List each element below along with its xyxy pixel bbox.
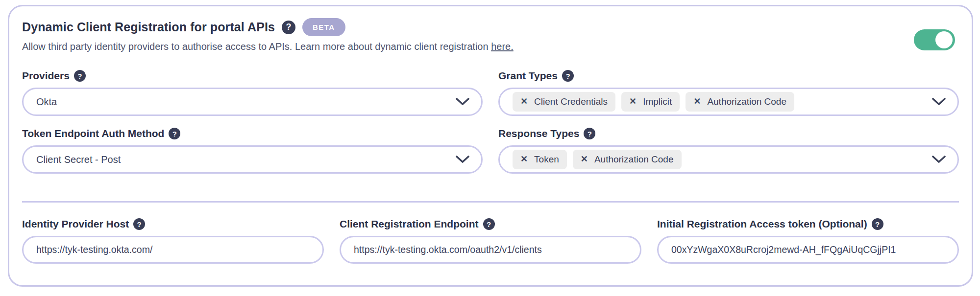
chip-list: ✕ Client Credentials ✕ Implicit ✕ Author… <box>513 92 794 112</box>
beta-badge: BETA <box>302 18 345 36</box>
remove-icon[interactable]: ✕ <box>581 154 588 165</box>
help-icon[interactable]: ? <box>169 128 180 139</box>
page-title: Dynamic Client Registration for portal A… <box>22 20 275 34</box>
field-client-registration-endpoint: Client Registration Endpoint ? <box>340 218 641 264</box>
initial-registration-access-token-label: Initial Registration Access token (Optio… <box>657 218 959 230</box>
chip-list: ✕ Token ✕ Authorization Code <box>513 150 682 170</box>
label-text: Grant Types <box>498 70 558 82</box>
dcr-form-top: Providers ? Okta Grant Types ? ✕ Client … <box>22 70 959 174</box>
field-response-types: Response Types ? ✕ Token ✕ Authorization… <box>498 128 959 174</box>
chip-authorization-code: ✕ Authorization Code <box>686 92 794 112</box>
chip-label: Authorization Code <box>594 154 674 165</box>
card-header: Dynamic Client Registration for portal A… <box>22 18 959 36</box>
chip-label: Authorization Code <box>707 96 786 108</box>
remove-icon[interactable]: ✕ <box>520 154 528 165</box>
response-types-label: Response Types ? <box>498 128 959 139</box>
dcr-form-bottom: Identity Provider Host ? Client Registra… <box>22 218 959 264</box>
help-icon[interactable]: ? <box>872 218 883 230</box>
providers-select[interactable]: Okta <box>22 88 483 116</box>
chip-label: Token <box>534 154 559 165</box>
dcr-settings-card: Dynamic Client Registration for portal A… <box>8 5 973 287</box>
remove-icon[interactable]: ✕ <box>693 96 701 107</box>
description-text: Allow third party identity providers to … <box>22 41 491 52</box>
selected-value: Client Secret - Post <box>36 154 121 165</box>
field-token-endpoint-auth-method: Token Endpoint Auth Method ? Client Secr… <box>22 128 483 174</box>
providers-label: Providers ? <box>22 70 483 82</box>
grant-types-multiselect[interactable]: ✕ Client Credentials ✕ Implicit ✕ Author… <box>498 88 959 116</box>
chip-label: Implicit <box>643 96 672 108</box>
chip-implicit: ✕ Implicit <box>621 92 680 112</box>
learn-more-link[interactable]: here. <box>491 41 514 52</box>
label-text: Providers <box>22 70 70 82</box>
label-text: Token Endpoint Auth Method <box>22 128 164 139</box>
section-divider <box>22 201 959 203</box>
help-icon[interactable]: ? <box>483 218 495 230</box>
remove-icon[interactable]: ✕ <box>520 96 528 107</box>
client-registration-endpoint-input[interactable] <box>340 236 641 264</box>
label-text: Identity Provider Host <box>22 218 129 230</box>
label-text: Response Types <box>498 128 579 139</box>
help-icon[interactable]: ? <box>562 70 574 82</box>
token-endpoint-auth-method-select[interactable]: Client Secret - Post <box>22 145 483 174</box>
field-providers: Providers ? Okta <box>22 70 483 116</box>
chevron-down-icon[interactable] <box>456 156 469 163</box>
field-identity-provider-host: Identity Provider Host ? <box>22 218 324 264</box>
help-icon[interactable]: ? <box>584 128 595 139</box>
field-initial-registration-access-token: Initial Registration Access token (Optio… <box>657 218 959 264</box>
selected-value: Okta <box>36 96 57 108</box>
chevron-down-icon[interactable] <box>456 98 469 106</box>
dcr-enable-toggle[interactable] <box>914 29 955 50</box>
chip-client-credentials: ✕ Client Credentials <box>513 92 615 112</box>
client-registration-endpoint-label: Client Registration Endpoint ? <box>340 218 641 230</box>
chip-token: ✕ Token <box>513 150 567 170</box>
identity-provider-host-label: Identity Provider Host ? <box>22 218 324 230</box>
initial-registration-access-token-input[interactable] <box>657 236 959 264</box>
label-text: Client Registration Endpoint <box>340 218 479 230</box>
remove-icon[interactable]: ✕ <box>629 96 637 107</box>
chip-authorization-code: ✕ Authorization Code <box>573 150 682 170</box>
chevron-down-icon[interactable] <box>932 156 946 163</box>
field-grant-types: Grant Types ? ✕ Client Credentials ✕ Imp… <box>498 70 959 116</box>
grant-types-label: Grant Types ? <box>498 70 959 82</box>
help-icon[interactable]: ? <box>74 70 86 82</box>
label-text: Initial Registration Access token (Optio… <box>657 218 867 230</box>
chip-label: Client Credentials <box>534 96 608 108</box>
card-description: Allow third party identity providers to … <box>22 41 959 52</box>
toggle-knob <box>935 31 953 48</box>
response-types-multiselect[interactable]: ✕ Token ✕ Authorization Code <box>498 145 959 174</box>
identity-provider-host-input[interactable] <box>22 236 324 264</box>
chevron-down-icon[interactable] <box>932 98 946 106</box>
token-endpoint-auth-method-label: Token Endpoint Auth Method ? <box>22 128 483 139</box>
help-icon[interactable]: ? <box>133 218 145 230</box>
help-icon[interactable]: ? <box>282 21 295 34</box>
